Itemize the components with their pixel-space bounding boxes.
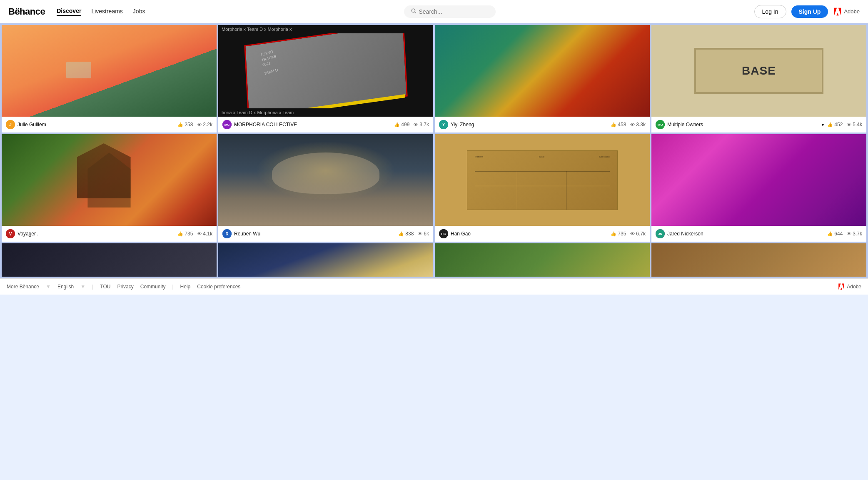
like-count: 452	[834, 122, 843, 128]
likes-stat: 👍 644	[827, 231, 843, 237]
like-icon: 👍	[611, 231, 616, 237]
view-count: 3.3k	[636, 122, 646, 128]
gallery-card[interactable]: Morphoria x Team D x Morphoria x TOKYOTR…	[218, 25, 433, 132]
gallery-card[interactable]	[435, 243, 650, 277]
likes-stat: 👍 258	[177, 122, 193, 128]
views-stat: 👁 2.2k	[197, 122, 212, 128]
card-image	[218, 134, 433, 226]
footer-adobe: Adobe	[838, 283, 861, 290]
view-count: 6k	[424, 231, 429, 237]
like-count: 735	[618, 231, 626, 237]
likes-stat: 👍 838	[398, 231, 414, 237]
views-stat: 👁 3.3k	[630, 122, 646, 128]
likes-stat: 👍 452	[827, 122, 843, 128]
login-button[interactable]: Log In	[754, 5, 786, 18]
avatar: MC	[222, 120, 232, 129]
card-image: PatternFacialSpecialist	[435, 134, 650, 226]
gallery-grid: J Julie Guillem 👍 258 👁 2.2k Morphoria x…	[0, 23, 868, 278]
adobe-footer-icon	[838, 283, 845, 290]
like-icon: 👍	[827, 231, 833, 237]
view-icon: 👁	[418, 231, 422, 236]
view-icon: 👁	[414, 122, 418, 127]
footer-help[interactable]: Help	[180, 284, 191, 290]
card-author: Julie Guillem	[17, 122, 175, 128]
card-footer: J Julie Guillem 👍 258 👁 2.2k	[2, 117, 217, 132]
card-stats: 👍 258 👁 2.2k	[177, 122, 212, 128]
card-stats: 👍 499 👁 3.7k	[394, 122, 429, 128]
footer-separator: |	[92, 284, 93, 290]
view-icon: 👁	[630, 122, 635, 127]
footer-language[interactable]: English	[57, 284, 74, 290]
gallery-card[interactable]: BASE MO Multiple Owners ▼ 👍 452 👁 5.4k	[651, 25, 866, 132]
svg-text:JN: JN	[658, 232, 662, 236]
gallery-card[interactable]	[2, 243, 217, 277]
card-footer: JN Jared Nickerson 👍 644 👁 3.7k	[651, 226, 866, 242]
svg-text:R: R	[225, 232, 229, 236]
main-nav: Discover Livestreams Jobs	[57, 8, 145, 16]
gallery-card[interactable]: PatternFacialSpecialist HG Han Gao 👍 735…	[435, 134, 650, 242]
views-stat: 👁 6k	[418, 231, 429, 237]
like-icon: 👍	[177, 231, 183, 237]
adobe-logo: Adobe	[833, 7, 860, 16]
behance-logo[interactable]: Bëhance	[8, 6, 45, 17]
card-image	[651, 243, 866, 277]
like-icon: 👍	[394, 122, 400, 128]
like-count: 499	[401, 122, 409, 128]
nav-jobs[interactable]: Jobs	[133, 8, 145, 15]
footer-community[interactable]: Community	[140, 284, 166, 290]
card-banner: Morphoria x Team D x Morphoria x	[218, 25, 433, 33]
card-image	[218, 243, 433, 277]
gallery-card[interactable]: V Voyager . 👍 735 👁 4.1k	[2, 134, 217, 242]
card-author: Multiple Owners	[667, 122, 818, 128]
dropdown-arrow[interactable]: ▼	[821, 122, 825, 127]
like-icon: 👍	[177, 122, 183, 128]
likes-stat: 👍 735	[177, 231, 193, 237]
gallery-card[interactable]	[218, 243, 433, 277]
footer-cookie-preferences[interactable]: Cookie preferences	[197, 284, 240, 290]
footer-more-behance[interactable]: More Bëhance	[7, 284, 39, 290]
gallery-card[interactable]: JN Jared Nickerson 👍 644 👁 3.7k	[651, 134, 866, 242]
footer-privacy[interactable]: Privacy	[117, 284, 133, 290]
card-image	[435, 243, 650, 277]
views-stat: 👁 3.7k	[414, 122, 429, 128]
gallery-card[interactable]	[651, 243, 866, 277]
card-stats: 👍 458 👁 3.3k	[611, 122, 646, 128]
card-stats: 👍 735 👁 4.1k	[177, 231, 212, 237]
likes-stat: 👍 458	[611, 122, 626, 128]
author-avatar-icon: J	[6, 120, 15, 129]
book-cover: TOKYOTRACKS2021 TEAM D	[244, 25, 407, 117]
nav-livestreams[interactable]: Livestreams	[91, 8, 122, 15]
signup-button[interactable]: Sign Up	[791, 5, 828, 18]
avatar: JN	[656, 229, 665, 238]
avatar: V	[6, 229, 15, 238]
svg-line-1	[414, 12, 416, 13]
view-icon: 👁	[847, 231, 851, 236]
footer-divider: ▼	[80, 284, 85, 290]
like-count: 458	[618, 122, 626, 128]
view-count: 5.4k	[853, 122, 862, 128]
avatar: HG	[439, 229, 448, 238]
views-stat: 👁 4.1k	[197, 231, 212, 237]
gallery-card[interactable]: Y Yiyi Zheng 👍 458 👁 3.3k	[435, 25, 650, 132]
gallery-card[interactable]: J Julie Guillem 👍 258 👁 2.2k	[2, 25, 217, 132]
views-stat: 👁 5.4k	[847, 122, 862, 128]
svg-text:MC: MC	[224, 123, 230, 127]
card-stats: 👍 735 👁 6.7k	[611, 231, 646, 237]
view-count: 4.1k	[203, 231, 212, 237]
card-image	[2, 134, 217, 226]
nav-discover[interactable]: Discover	[57, 8, 81, 16]
like-count: 838	[405, 231, 414, 237]
gallery-card[interactable]: R Reuben Wu 👍 838 👁 6k	[218, 134, 433, 242]
footer-tou[interactable]: TOU	[100, 284, 110, 290]
like-count: 258	[185, 122, 193, 128]
view-icon: 👁	[847, 122, 851, 127]
card-stats: 👍 644 👁 3.7k	[827, 231, 862, 237]
views-stat: 👁 6.7k	[630, 231, 646, 237]
card-footer: MC MORPHORIA COLLECTIVE 👍 499 👁 3.7k	[218, 117, 433, 132]
search-input[interactable]	[419, 8, 489, 15]
search-bar[interactable]	[404, 5, 496, 18]
avatar: J	[6, 120, 15, 129]
page-footer: More Bëhance ▼ English ▼ | TOU Privacy C…	[0, 278, 868, 295]
card-author: Jared Nickerson	[667, 231, 825, 237]
card-image	[2, 25, 217, 117]
